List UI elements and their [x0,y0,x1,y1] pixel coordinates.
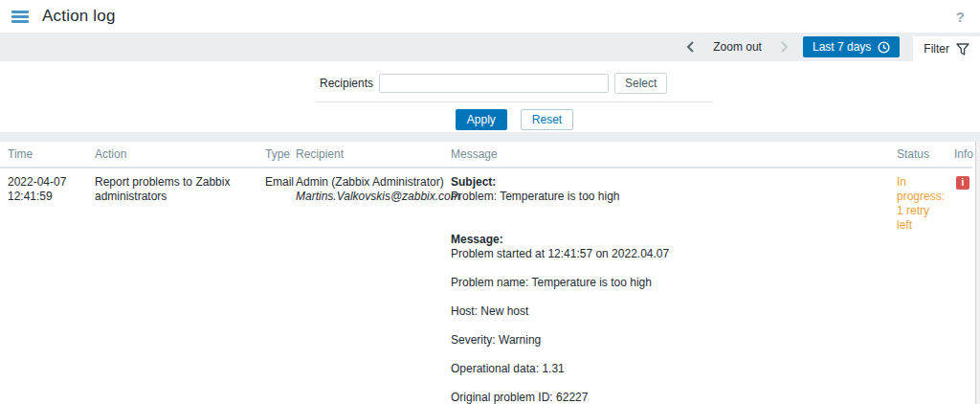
table-row: 2022-04-07 12:41:59 Report problems to Z… [0,168,972,404]
select-button[interactable]: Select [614,73,667,94]
table-header-row: Time Action Type Recipient Message Statu… [0,142,972,168]
col-header-status: Status [892,142,949,168]
col-header-info: Info [949,142,972,168]
section-gap [0,132,980,142]
clock-icon [878,41,890,54]
scrollbar[interactable] [975,142,980,404]
funnel-icon [956,43,969,56]
chevron-right-icon [780,41,789,53]
time-range-label: Last 7 days [813,40,871,54]
message-body: Problem started at 12:41:57 on 2022.04.0… [451,247,887,404]
apply-button[interactable]: Apply [456,109,507,130]
recipient-email: Martins.Valkovskis@zabbix.com [296,190,441,204]
info-icon[interactable]: i [956,176,969,190]
filter-divider [316,101,713,102]
top-bar: Action log ? [0,0,980,33]
page-title: Action log [42,7,116,26]
col-header-type: Type [260,142,291,168]
col-header-time: Time [0,142,90,168]
help-icon[interactable]: ? [952,9,969,25]
menu-icon[interactable] [11,11,29,23]
cell-time: 2022-04-07 12:41:59 [0,168,90,404]
col-header-recipient: Recipient [291,142,446,168]
message-subject-label: Subject: [451,175,887,190]
action-log-table: Time Action Type Recipient Message Statu… [0,142,972,404]
cell-status: In progress: 1 retry left [892,168,949,404]
cell-message: Subject: Problem: Temperature is too hig… [446,168,892,404]
recipient-name: Admin (Zabbix Administrator) [296,175,441,190]
chevron-left-icon [686,41,695,53]
message-subject: Problem: Temperature is too high [451,190,887,204]
col-header-message: Message [446,142,892,168]
action-log-page: Action log ? Zoom out Last 7 days [0,0,980,404]
action-log-table-wrap: Time Action Type Recipient Message Statu… [0,142,980,404]
cell-info: i [949,168,972,404]
time-range-button[interactable]: Last 7 days [803,36,900,57]
filter-tab-label: Filter [924,42,949,56]
message-body-label: Message: [451,233,887,247]
cell-action: Report problems to Zabbix administrators [90,168,260,404]
recipients-input[interactable] [379,74,609,93]
filter-panel: Recipients Select Apply Reset [0,61,980,132]
zoom-out-button[interactable]: Zoom out [703,36,771,57]
cell-type: Email [260,168,291,404]
time-filter-bar: Zoom out Last 7 days Filter [0,33,980,61]
time-back-button[interactable] [678,36,703,57]
time-forward-button[interactable] [771,36,797,57]
tab-filter[interactable]: Filter [913,36,980,61]
cell-recipient: Admin (Zabbix Administrator) Martins.Val… [291,168,446,404]
col-header-action: Action [90,142,260,168]
recipients-label: Recipients [287,77,373,90]
reset-button[interactable]: Reset [521,109,573,130]
